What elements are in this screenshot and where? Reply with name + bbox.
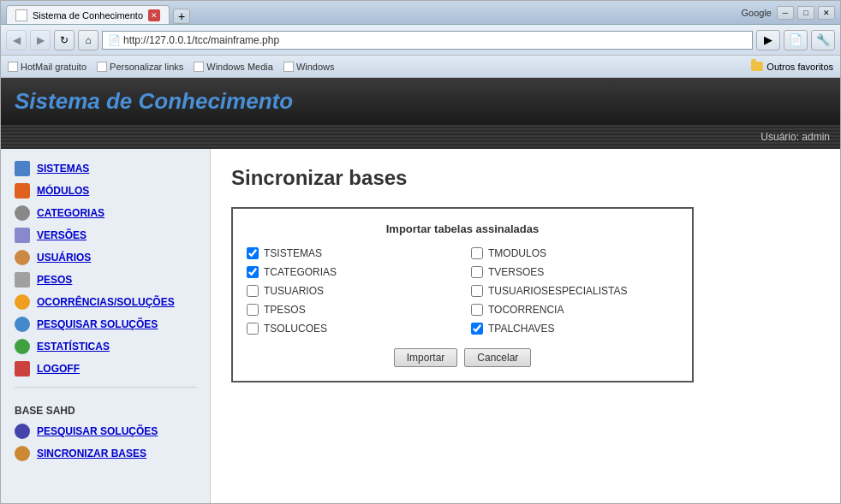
checkbox-tsistemas: TSISTEMAS (247, 247, 454, 259)
import-table-title: Importar tabelas assinaladas (247, 222, 678, 235)
browser-window: Sistema de Conhecimento ✕ + Google ─ □ ✕… (0, 0, 841, 504)
bookmark-icon-windows (283, 62, 294, 72)
checkbox-tusuarios: TUSUARIOS (247, 285, 454, 297)
go-button[interactable]: ▶ (756, 30, 780, 50)
active-tab[interactable]: Sistema de Conhecimento ✕ (6, 5, 170, 24)
new-tab-button[interactable]: + (173, 9, 190, 24)
sidebar-item-pesos[interactable]: PESOS (1, 269, 210, 291)
sidebar-label-ocorrencias: OCORRÊNCIAS/SOLUÇÕES (37, 296, 175, 308)
checkbox-tpesos-label: TPESOS (264, 304, 306, 316)
sidebar-item-usuarios[interactable]: USUÁRIOS (1, 246, 210, 269)
weights-icon (15, 272, 30, 288)
home-button[interactable]: ⌂ (78, 30, 98, 50)
versions-icon (15, 228, 30, 243)
sidebar-label-sincronizar: SINCRONIZAR BASES (37, 448, 146, 460)
checkbox-tpalchaves-label: TPALCHAVES (488, 323, 555, 335)
checkbox-tsolucoes-input[interactable] (247, 323, 259, 335)
bookmark-windowsmedia[interactable]: Windows Media (194, 62, 273, 72)
checkbox-tversoes-input[interactable] (471, 266, 483, 278)
checkbox-tusuariosespecialistas-input[interactable] (471, 285, 483, 297)
checkbox-tpalchaves-input[interactable] (471, 323, 483, 335)
bookmark-icon-windowsmedia (194, 62, 204, 72)
checkbox-tsolucoes-label: TSOLUCOES (264, 323, 327, 335)
checkbox-tusuarios-input[interactable] (247, 285, 259, 297)
checkbox-tcategorias-label: TCATEGORIAS (264, 266, 337, 278)
sidebar-label-pesquisar: PESQUISAR SOLUÇÕES (37, 318, 158, 330)
window-controls: ─ □ ✕ (777, 6, 835, 20)
stats-icon (15, 339, 30, 354)
sidebar-item-base-pesquisar[interactable]: PESQUISAR SOLUÇÕES (1, 420, 210, 442)
bookmark-personalizar[interactable]: Personalizar links (97, 62, 183, 72)
checkbox-tocorrencia-input[interactable] (471, 304, 483, 316)
address-favicon: 📄 (108, 34, 120, 46)
checkbox-tmodulos-label: TMODULOS (488, 247, 546, 259)
logoff-icon (15, 361, 30, 377)
sidebar-item-estatisticas[interactable]: ESTATÍSTICAS (1, 335, 210, 358)
back-button[interactable]: ◀ (6, 30, 27, 50)
tab-favicon (15, 9, 27, 21)
systems-icon (15, 161, 30, 176)
address-bar[interactable]: 📄 http://127.0.0.1/tcc/mainframe.php (102, 31, 753, 50)
sidebar-label-estatisticas: ESTATÍSTICAS (37, 341, 110, 353)
main-content: SISTEMAS MÓDULOS CATEGORIAS VERSÕES USUÁ… (1, 149, 840, 503)
outros-favoritos-label: Outros favoritos (766, 62, 833, 72)
user-bar: Usuário: admin (1, 125, 840, 149)
sidebar-item-ocorrencias[interactable]: OCORRÊNCIAS/SOLUÇÕES (1, 291, 210, 313)
close-button[interactable]: ✕ (818, 6, 835, 20)
checkbox-tmodulos-input[interactable] (471, 247, 483, 259)
occurrences-icon (15, 294, 30, 310)
checkbox-tcategorias-input[interactable] (247, 266, 259, 278)
sidebar-label-versoes: VERSÕES (37, 229, 86, 241)
checkbox-tpesos-input[interactable] (247, 304, 259, 316)
sidebar-item-versoes[interactable]: VERSÕES (1, 224, 210, 246)
checkbox-tusuariosespecialistas: TUSUARIOSESPECIALISTAS (471, 285, 678, 297)
sidebar-item-sistemas[interactable]: SISTEMAS (1, 157, 210, 180)
sidebar-item-pesquisar[interactable]: PESQUISAR SOLUÇÕES (1, 313, 210, 335)
page-heading: Sincronizar bases (231, 166, 820, 190)
bookmark-label-windows: Windows (296, 62, 335, 72)
bookmark-windows[interactable]: Windows (283, 62, 335, 72)
sidebar-label-pesos: PESOS (37, 274, 72, 286)
sidebar-item-logoff[interactable]: LOGOFF (1, 358, 210, 380)
sidebar-label-categorias: CATEGORIAS (37, 207, 104, 219)
bookmark-hotmail[interactable]: HotMail gratuito (8, 62, 86, 72)
checkbox-tsistemas-input[interactable] (247, 247, 259, 259)
import-table-box: Importar tabelas assinaladas TSISTEMAS T… (231, 207, 694, 382)
app-title: Sistema de Conhecimento (15, 88, 826, 115)
modules-icon (15, 183, 30, 199)
sidebar-item-sincronizar[interactable]: SINCRONIZAR BASES (1, 442, 210, 465)
tab-close-button[interactable]: ✕ (148, 9, 160, 21)
bookmark-label-windowsmedia: Windows Media (206, 62, 273, 72)
sidebar-item-modulos[interactable]: MÓDULOS (1, 180, 210, 202)
bookmark-icon-hotmail (8, 62, 18, 72)
sidebar-label-modulos: MÓDULOS (37, 185, 89, 197)
users-icon (15, 250, 30, 265)
maximize-button[interactable]: □ (797, 6, 814, 20)
tools-button[interactable]: 🔧 (811, 30, 835, 50)
bookmark-label-hotmail: HotMail gratuito (21, 62, 86, 72)
checkbox-tusuariosespecialistas-label: TUSUARIOSESPECIALISTAS (488, 285, 628, 297)
cancel-button[interactable]: Cancelar (464, 348, 531, 367)
folder-icon (751, 62, 763, 71)
sidebar: SISTEMAS MÓDULOS CATEGORIAS VERSÕES USUÁ… (1, 149, 211, 503)
checkbox-tpesos: TPESOS (247, 304, 454, 316)
outros-favoritos[interactable]: Outros favoritos (751, 62, 833, 72)
forward-button[interactable]: ▶ (30, 30, 51, 50)
db-search-icon (15, 424, 30, 439)
import-button[interactable]: Importar (394, 348, 458, 367)
address-text: http://127.0.0.1/tcc/mainframe.php (123, 34, 279, 46)
checkbox-tpalchaves: TPALCHAVES (471, 323, 678, 335)
bookmarks-bar: HotMail gratuito Personalizar links Wind… (1, 56, 840, 78)
categories-icon (15, 205, 30, 221)
refresh-button[interactable]: ↻ (54, 30, 75, 50)
app-header: Sistema de Conhecimento (1, 78, 840, 125)
minimize-button[interactable]: ─ (777, 6, 794, 20)
sidebar-label-logoff: LOGOFF (37, 363, 80, 375)
sidebar-divider (15, 387, 196, 388)
sidebar-item-categorias[interactable]: CATEGORIAS (1, 202, 210, 224)
navigation-bar: ◀ ▶ ↻ ⌂ 📄 http://127.0.0.1/tcc/mainframe… (1, 25, 840, 56)
page-area: Sistema de Conhecimento Usuário: admin S… (1, 78, 840, 503)
checkbox-tocorrencia-label: TOCORRENCIA (488, 304, 564, 316)
checkbox-tcategorias: TCATEGORIAS (247, 266, 454, 278)
page-button[interactable]: 📄 (784, 30, 808, 50)
